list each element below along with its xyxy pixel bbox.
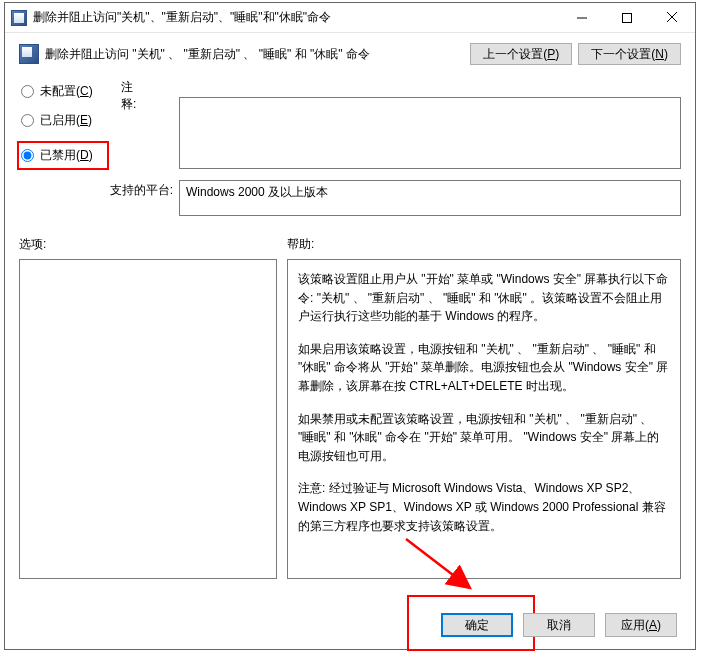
- help-paragraph: 注意: 经过验证与 Microsoft Windows Vista、Window…: [298, 479, 670, 535]
- radio-enabled[interactable]: 已启用(E): [21, 112, 179, 129]
- content-area: 删除并阻止访问 "关机" 、 "重新启动" 、 "睡眠" 和 "休眠" 命令 上…: [5, 33, 695, 589]
- help-paragraph: 如果禁用或未配置该策略设置，电源按钮和 "关机" 、 "重新启动" 、 "睡眠"…: [298, 410, 670, 466]
- help-paragraph: 如果启用该策略设置，电源按钮和 "关机" 、 "重新启动" 、 "睡眠" 和 "…: [298, 340, 670, 396]
- titlebar: 删除并阻止访问"关机"、"重新启动"、"睡眠"和"休眠"命令: [5, 3, 695, 33]
- radio-not-configured[interactable]: 未配置(C): [21, 83, 179, 100]
- help-paragraph: 该策略设置阻止用户从 "开始" 菜单或 "Windows 安全" 屏幕执行以下命…: [298, 270, 670, 326]
- radio-disabled-highlight: 已禁用(D): [17, 141, 109, 170]
- previous-setting-button[interactable]: 上一个设置(P): [470, 43, 572, 65]
- header-row: 删除并阻止访问 "关机" 、 "重新启动" 、 "睡眠" 和 "休眠" 命令 上…: [19, 43, 681, 65]
- footer-buttons: 确定 取消 应用(A): [441, 613, 677, 637]
- apply-button[interactable]: 应用(A): [605, 613, 677, 637]
- policy-title: 删除并阻止访问 "关机" 、 "重新启动" 、 "睡眠" 和 "休眠" 命令: [45, 46, 470, 63]
- close-button[interactable]: [649, 3, 695, 32]
- policy-icon: [19, 44, 39, 64]
- help-label: 帮助:: [287, 236, 314, 253]
- app-icon: [11, 10, 27, 26]
- help-panel: 该策略设置阻止用户从 "开始" 菜单或 "Windows 安全" 屏幕执行以下命…: [287, 259, 681, 579]
- platform-label: 支持的平台:: [110, 183, 173, 197]
- svg-rect-1: [622, 13, 631, 22]
- radio-disabled[interactable]: 已禁用(D): [21, 147, 93, 164]
- policy-editor-window: 删除并阻止访问"关机"、"重新启动"、"睡眠"和"休眠"命令 删除并阻止访问 "…: [4, 2, 696, 650]
- comment-field[interactable]: [179, 97, 681, 169]
- ok-button[interactable]: 确定: [441, 613, 513, 637]
- maximize-button[interactable]: [604, 3, 649, 32]
- options-label: 选项:: [19, 236, 287, 253]
- options-panel: [19, 259, 277, 579]
- cancel-button[interactable]: 取消: [523, 613, 595, 637]
- next-setting-button[interactable]: 下一个设置(N): [578, 43, 681, 65]
- minimize-button[interactable]: [559, 3, 604, 32]
- platform-field: [179, 180, 681, 216]
- window-title: 删除并阻止访问"关机"、"重新启动"、"睡眠"和"休眠"命令: [33, 9, 559, 26]
